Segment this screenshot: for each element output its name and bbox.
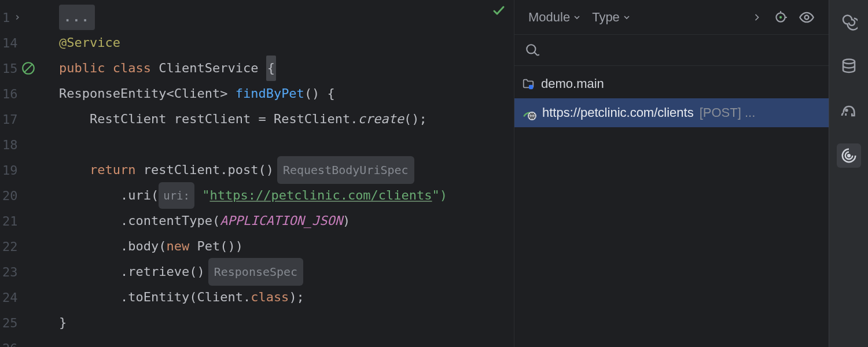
tree-root-label: demo.main <box>541 76 604 91</box>
gutter-line: 17 <box>0 106 56 132</box>
line-number: 26 <box>2 341 18 348</box>
keyword: return <box>90 157 135 183</box>
gutter-line: 20 <box>0 183 56 208</box>
gutter-line: 22 <box>0 234 56 259</box>
svg-point-3 <box>779 16 782 18</box>
text: () <box>258 157 274 183</box>
inlay-hint: RequestBodyUriSpec <box>277 156 414 184</box>
svg-point-7 <box>527 45 535 53</box>
line-number: 24 <box>2 290 18 305</box>
code-line: @Service <box>56 30 514 56</box>
svg-line-8 <box>534 52 537 55</box>
panel-toolbar: Module Type <box>514 0 829 35</box>
code-line: ResponseEntity<Client> findByPet() { <box>56 81 514 106</box>
text: Pet()) <box>189 234 243 259</box>
target-icon[interactable] <box>837 143 861 168</box>
globe-icon <box>521 105 536 120</box>
editor-pane[interactable]: 1 14 15 16 17 18 19 20 21 22 23 24 25 26… <box>0 0 514 347</box>
code-line <box>56 132 514 157</box>
line-number: 16 <box>2 87 18 101</box>
fold-ellipsis[interactable]: ... <box>59 5 95 30</box>
line-number: 14 <box>2 36 18 50</box>
database-icon[interactable] <box>837 54 861 79</box>
svg-line-1 <box>25 65 32 72</box>
svg-point-6 <box>805 15 809 19</box>
string: ") <box>432 183 448 208</box>
gutter-line: 19 <box>0 157 56 183</box>
module-filter[interactable]: Module <box>525 8 585 27</box>
code-line: .contentType(APPLICATION_JSON) <box>56 208 514 234</box>
line-number: 1 <box>2 10 10 25</box>
endpoints-panel[interactable]: Module Type demo.main <box>514 0 829 347</box>
tree-endpoint[interactable]: https://petclinic.com/clients [POST] ... <box>514 98 829 127</box>
gutter-line: 24 <box>0 285 56 310</box>
keyword: new <box>166 234 189 259</box>
spiral-icon[interactable] <box>837 10 861 35</box>
code-line: .toEntity(Client.class); <box>56 285 514 310</box>
svg-point-11 <box>843 60 855 64</box>
constant: APPLICATION_JSON <box>220 208 343 234</box>
variable: restClient <box>174 106 251 132</box>
expand-button[interactable] <box>748 9 766 25</box>
gutter-line: 25 <box>0 310 56 335</box>
chevron-down-icon <box>622 13 631 22</box>
code-line: } <box>56 310 514 335</box>
svg-point-13 <box>848 154 850 157</box>
panel-search[interactable] <box>514 35 829 66</box>
gutter-line: 1 <box>0 5 56 30</box>
svg-point-12 <box>845 109 847 111</box>
method-call: post <box>227 157 258 183</box>
tree-root[interactable]: demo.main <box>514 69 829 98</box>
elephant-icon[interactable] <box>836 98 862 124</box>
code-line: .uri(uri: "https://petclinic.com/clients… <box>56 183 514 208</box>
text: = <box>251 106 274 132</box>
chevron-right-icon[interactable] <box>13 13 21 21</box>
svg-rect-9 <box>529 85 533 89</box>
chevron-down-icon <box>572 13 582 22</box>
url-literal[interactable]: https://petclinic.com/clients <box>209 183 432 208</box>
code-line: return restClient.post()RequestBodyUriSp… <box>56 157 514 183</box>
line-number: 17 <box>2 112 18 127</box>
gutter-line: 23 <box>0 259 56 285</box>
check-icon[interactable] <box>492 3 506 17</box>
keyword: public <box>59 56 105 81</box>
brace: { <box>266 56 276 81</box>
keyword: class <box>251 285 289 310</box>
method-call: .toEntity(Client. <box>120 285 251 310</box>
prohibit-icon[interactable] <box>21 61 36 76</box>
editor-gutter: 1 14 15 16 17 18 19 20 21 22 23 24 25 26 <box>0 0 56 347</box>
annotation: @Service <box>59 30 120 56</box>
code-line: ... <box>56 5 514 30</box>
keyword: class <box>113 56 151 81</box>
locate-icon[interactable] <box>770 8 792 27</box>
eye-icon[interactable] <box>795 7 818 28</box>
gutter-line: 14 <box>0 30 56 56</box>
class-name: ClientService <box>159 56 258 81</box>
line-number: 15 <box>2 61 18 76</box>
module-filter-label: Module <box>528 10 570 25</box>
param-hint: uri: <box>159 182 194 209</box>
line-number: 21 <box>2 214 18 228</box>
method-declaration: findByPet <box>236 81 304 106</box>
method-call: .body( <box>120 234 166 259</box>
type: RestClient <box>274 106 350 132</box>
gutter-line: 21 <box>0 208 56 234</box>
code-line: public class ClientService { <box>56 56 514 81</box>
type-filter[interactable]: Type <box>589 8 635 27</box>
line-number: 19 <box>2 163 18 178</box>
gutter-line: 16 <box>0 81 56 106</box>
brace: } <box>59 310 67 335</box>
type: RestClient <box>90 106 166 132</box>
inlay-hint: ResponseSpec <box>208 258 304 286</box>
text: (); <box>404 106 427 132</box>
code-line: RestClient restClient = RestClient.creat… <box>56 106 514 132</box>
code-area[interactable]: ... @Service public class ClientService … <box>56 0 514 347</box>
panel-tree[interactable]: demo.main https://petclinic.com/clients … <box>514 66 829 347</box>
gutter-line: 26 <box>0 335 56 347</box>
text: ); <box>289 285 304 310</box>
string: " <box>194 183 210 208</box>
method-call: .uri( <box>120 183 159 208</box>
line-number: 25 <box>2 316 18 330</box>
dot: . <box>350 106 358 132</box>
line-number: 22 <box>2 239 18 254</box>
